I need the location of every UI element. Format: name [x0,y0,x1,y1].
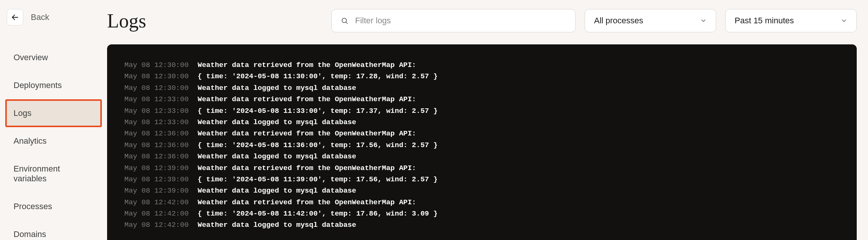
log-message: { time: '2024-05-08 11:42:00', temp: 17.… [198,208,438,219]
log-timestamp: May 08 12:42:00 [124,197,189,208]
nav: OverviewDeploymentsLogsAnalyticsEnvironm… [5,44,102,240]
log-timestamp: May 08 12:33:00 [124,94,189,105]
log-message: Weather data retrieved from the OpenWeat… [198,59,416,71]
log-message: { time: '2024-05-08 11:30:00', temp: 17.… [198,71,438,82]
header: Logs All processes Past 15 minutes [107,9,857,32]
sidebar-item-processes[interactable]: Processes [5,193,102,220]
log-timestamp: May 08 12:42:00 [124,219,189,231]
log-timestamp: May 08 12:33:00 [124,117,189,128]
back-label: Back [31,12,49,22]
search-field[interactable] [331,9,576,32]
log-line: May 08 12:36:00Weather data retrieved fr… [124,128,839,139]
log-line: May 08 12:39:00{ time: '2024-05-08 11:39… [124,174,839,185]
sidebar-item-label: Deployments [14,81,62,90]
log-message: Weather data retrieved from the OpenWeat… [198,128,416,139]
log-line: May 08 12:39:00Weather data retrieved fr… [124,163,839,174]
log-message: Weather data logged to mysql database [198,117,356,128]
log-message: Weather data retrieved from the OpenWeat… [198,163,416,174]
sidebar-item-label: Environment variables [14,164,60,183]
log-timestamp: May 08 12:36:00 [124,140,189,151]
log-message: Weather data retrieved from the OpenWeat… [198,94,416,105]
main: Logs All processes Past 15 minutes [107,0,868,240]
log-line: May 08 12:36:00{ time: '2024-05-08 11:36… [124,140,839,151]
sidebar-item-label: Overview [14,53,48,62]
log-timestamp: May 08 12:30:00 [124,82,189,94]
process-filter-dropdown[interactable]: All processes [585,9,716,32]
log-timestamp: May 08 12:39:00 [124,185,189,196]
log-line: May 08 12:42:00Weather data logged to my… [124,219,839,231]
log-output: May 08 12:30:00Weather data retrieved fr… [107,44,857,240]
sidebar-item-domains[interactable]: Domains [5,220,102,240]
log-line: May 08 12:30:00Weather data logged to my… [124,82,839,94]
sidebar-item-label: Processes [14,202,52,211]
sidebar-item-label: Logs [14,108,32,118]
time-filter-label: Past 15 minutes [735,16,794,26]
log-message: Weather data logged to mysql database [198,82,356,94]
log-line: May 08 12:33:00{ time: '2024-05-08 11:33… [124,105,839,117]
log-timestamp: May 08 12:36:00 [124,151,189,162]
log-timestamp: May 08 12:33:00 [124,105,189,117]
time-filter-dropdown[interactable]: Past 15 minutes [725,9,857,32]
log-line: May 08 12:30:00Weather data retrieved fr… [124,59,839,71]
arrow-left-icon [11,13,19,21]
sidebar-item-analytics[interactable]: Analytics [5,127,102,155]
log-message: Weather data logged to mysql database [198,219,356,231]
log-message: { time: '2024-05-08 11:36:00', temp: 17.… [198,140,438,151]
sidebar: Back OverviewDeploymentsLogsAnalyticsEnv… [0,0,107,240]
svg-point-1 [342,18,346,23]
chevron-down-icon [700,17,707,24]
log-message: { time: '2024-05-08 11:39:00', temp: 17.… [198,174,438,185]
back-row: Back [5,9,102,32]
log-timestamp: May 08 12:36:00 [124,128,189,139]
log-line: May 08 12:33:00Weather data retrieved fr… [124,94,839,105]
log-timestamp: May 08 12:30:00 [124,59,189,71]
log-timestamp: May 08 12:42:00 [124,208,189,219]
search-input[interactable] [355,16,566,26]
sidebar-item-deployments[interactable]: Deployments [5,71,102,99]
log-line: May 08 12:30:00{ time: '2024-05-08 11:30… [124,71,839,82]
log-line: May 08 12:42:00{ time: '2024-05-08 11:42… [124,208,839,219]
process-filter-label: All processes [594,16,643,26]
sidebar-item-label: Analytics [14,136,47,146]
sidebar-item-overview[interactable]: Overview [5,44,102,71]
back-button[interactable] [7,9,23,26]
log-timestamp: May 08 12:39:00 [124,163,189,174]
log-line: May 08 12:39:00Weather data logged to my… [124,185,839,196]
sidebar-item-environment-variables[interactable]: Environment variables [5,155,102,193]
log-timestamp: May 08 12:39:00 [124,174,189,185]
sidebar-item-label: Domains [14,229,46,239]
log-message: Weather data retrieved from the OpenWeat… [198,197,416,208]
sidebar-item-logs[interactable]: Logs [5,99,102,127]
page-title: Logs [107,10,146,32]
svg-line-2 [346,22,348,24]
log-line: May 08 12:42:00Weather data retrieved fr… [124,197,839,208]
chevron-down-icon [841,17,847,24]
search-icon [341,17,348,24]
log-message: { time: '2024-05-08 11:33:00', temp: 17.… [198,105,438,117]
log-message: Weather data logged to mysql database [198,151,356,162]
log-message: Weather data logged to mysql database [198,185,356,196]
log-line: May 08 12:36:00Weather data logged to my… [124,151,839,162]
log-line: May 08 12:33:00Weather data logged to my… [124,117,839,128]
log-timestamp: May 08 12:30:00 [124,71,189,82]
